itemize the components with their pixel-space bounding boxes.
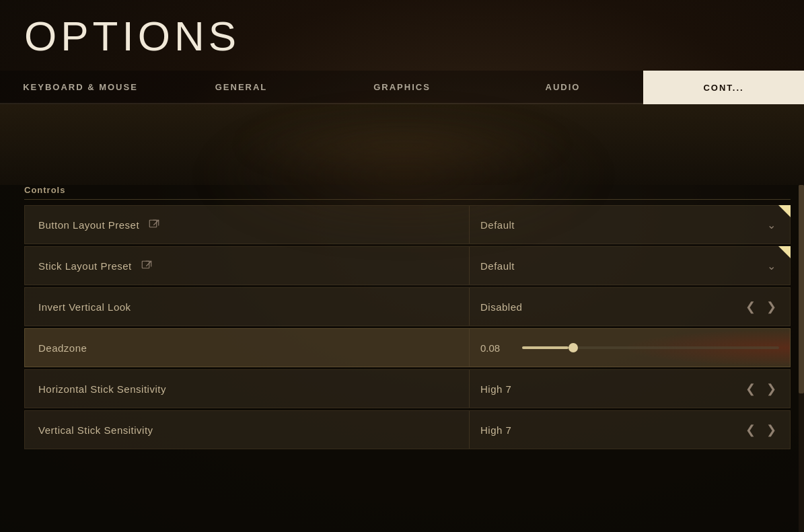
setting-row-vertical-stick-sensitivity: Vertical Stick Sensitivity High 7 ❮ ❯	[24, 410, 791, 449]
setting-label-area: Stick Layout Preset	[25, 259, 469, 272]
tab-general[interactable]: GENERAL	[161, 71, 322, 104]
tab-graphics[interactable]: GRAPHICS	[322, 71, 482, 104]
horizontal-stick-sensitivity-value: High 7	[480, 383, 743, 395]
svg-line-1	[153, 220, 159, 225]
deadzone-value: 0.08	[480, 342, 514, 354]
setting-row-horizontal-stick-sensitivity: Horizontal Stick Sensitivity High 7 ❮ ❯	[24, 369, 791, 408]
invert-vertical-look-value-area: Disabled ❮ ❯	[469, 288, 790, 326]
vertical-stick-sensitivity-value: High 7	[480, 424, 743, 436]
setting-row-invert-vertical-look: Invert Vertical Look Disabled ❮ ❯	[24, 287, 791, 326]
setting-row-stick-layout-preset: Stick Layout Preset Default ⌄	[24, 246, 791, 285]
tab-keyboard-mouse[interactable]: KEYBOARD & MOUSE	[0, 71, 161, 104]
deadzone-value-area: 0.08	[469, 329, 790, 367]
horizontal-stick-sensitivity-label: Horizontal Stick Sensitivity	[38, 383, 166, 395]
stick-layout-dropdown-arrow[interactable]: ⌄	[763, 258, 779, 274]
setting-label-area: Deadzone	[25, 342, 469, 354]
invert-vertical-look-next-button[interactable]: ❯	[764, 297, 779, 317]
deadzone-slider-fill	[522, 346, 569, 349]
deadzone-slider-track[interactable]	[522, 346, 779, 349]
corner-accent	[778, 246, 791, 258]
page: OPTIONS KEYBOARD & MOUSE GENERAL GRAPHIC…	[0, 0, 804, 532]
invert-vertical-look-prev-button[interactable]: ❮	[743, 297, 758, 317]
vertical-stick-prev-button[interactable]: ❮	[743, 420, 758, 440]
button-layout-dropdown-arrow[interactable]: ⌄	[763, 217, 779, 233]
setting-label-area: Vertical Stick Sensitivity	[25, 424, 469, 436]
horizontal-stick-next-button[interactable]: ❯	[764, 379, 779, 399]
horizontal-stick-sensitivity-arrows: ❮ ❯	[743, 379, 779, 399]
invert-vertical-look-arrows: ❮ ❯	[743, 297, 779, 317]
scrollbar[interactable]	[799, 185, 804, 532]
stick-layout-preset-label: Stick Layout Preset	[38, 260, 132, 272]
vertical-stick-next-button[interactable]: ❯	[764, 420, 779, 440]
horizontal-stick-sensitivity-value-area: High 7 ❮ ❯	[469, 370, 790, 408]
tab-audio[interactable]: AUDIO	[482, 71, 643, 104]
invert-vertical-look-label: Invert Vertical Look	[38, 301, 131, 313]
setting-row-deadzone: Deadzone 0.08	[24, 328, 791, 367]
page-title: OPTIONS	[24, 12, 240, 60]
tab-controls[interactable]: CONT...	[643, 71, 804, 104]
vertical-stick-sensitivity-arrows: ❮ ❯	[743, 420, 779, 440]
horizontal-stick-prev-button[interactable]: ❮	[743, 379, 758, 399]
corner-accent	[778, 205, 791, 217]
scrollbar-thumb[interactable]	[799, 185, 804, 393]
stick-layout-value: Default	[480, 260, 763, 272]
setting-label-area: Invert Vertical Look	[25, 301, 469, 313]
invert-vertical-look-value: Disabled	[480, 301, 743, 313]
vertical-stick-sensitivity-label: Vertical Stick Sensitivity	[38, 424, 153, 436]
deadzone-slider-area: 0.08	[480, 342, 779, 354]
background-blur	[202, 108, 606, 242]
tab-bar: KEYBOARD & MOUSE GENERAL GRAPHICS AUDIO …	[0, 71, 804, 104]
deadzone-slider-thumb[interactable]	[569, 343, 578, 352]
stick-layout-value-area[interactable]: Default ⌄	[469, 247, 790, 284]
setting-label-area: Horizontal Stick Sensitivity	[25, 383, 469, 395]
deadzone-label: Deadzone	[38, 342, 87, 354]
vertical-stick-sensitivity-value-area: High 7 ❮ ❯	[469, 411, 790, 449]
button-layout-preset-label: Button Layout Preset	[38, 219, 139, 231]
button-layout-external-link-icon[interactable]	[147, 218, 161, 231]
stick-layout-external-link-icon[interactable]	[140, 259, 153, 272]
svg-line-3	[146, 261, 151, 266]
